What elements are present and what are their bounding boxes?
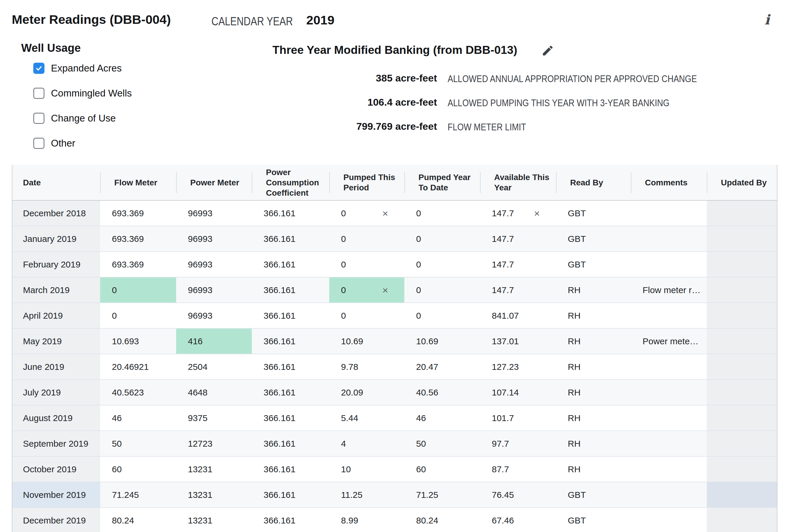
clear-icon[interactable]: × — [534, 208, 540, 218]
available-cell[interactable]: 101.7 — [480, 405, 556, 431]
table-row[interactable]: November 201971.24513231366.16111.2571.2… — [12, 482, 777, 508]
pcc-cell[interactable]: 366.161 — [252, 329, 329, 354]
available-cell[interactable]: 147.7× — [480, 201, 556, 226]
available-cell[interactable]: 147.7 — [480, 252, 556, 277]
power-cell[interactable]: 96993 — [176, 303, 252, 328]
comments-cell[interactable] — [631, 252, 707, 277]
pcc-cell[interactable]: 366.161 — [252, 252, 329, 277]
pumped-period-cell[interactable]: 0 — [329, 303, 404, 328]
table-row[interactable]: April 2019096993366.16100841.07RH — [12, 303, 777, 329]
table-row[interactable]: July 201940.56234648366.16120.0940.56107… — [12, 380, 777, 405]
comments-cell[interactable] — [631, 380, 707, 405]
power-cell[interactable]: 96993 — [176, 226, 252, 251]
pcc-cell[interactable]: 366.161 — [252, 405, 329, 431]
available-cell[interactable]: 97.7 — [480, 431, 556, 456]
pumped-period-cell[interactable]: 11.25 — [329, 482, 404, 507]
info-icon[interactable]: i — [765, 12, 770, 28]
pumped-ytd-cell[interactable]: 60 — [404, 457, 480, 482]
read-by-cell[interactable]: GBT — [556, 226, 631, 251]
pcc-cell[interactable]: 366.161 — [252, 278, 329, 303]
pumped-ytd-cell[interactable]: 40.56 — [404, 380, 480, 405]
pumped-ytd-cell[interactable]: 71.25 — [404, 482, 480, 507]
comments-cell[interactable] — [631, 457, 707, 482]
flow-cell[interactable]: 693.369 — [100, 201, 176, 226]
power-cell[interactable]: 96993 — [176, 201, 252, 226]
pcc-cell[interactable]: 366.161 — [252, 508, 329, 532]
pumped-period-cell[interactable]: 10 — [329, 457, 404, 482]
pcc-cell[interactable]: 366.161 — [252, 303, 329, 328]
comments-cell[interactable] — [631, 226, 707, 251]
flow-cell[interactable]: 40.5623 — [100, 380, 176, 405]
power-cell[interactable]: 96993 — [176, 252, 252, 277]
pumped-ytd-cell[interactable]: 0 — [404, 278, 480, 303]
flow-cell[interactable]: 46 — [100, 405, 176, 431]
pcc-cell[interactable]: 366.161 — [252, 482, 329, 507]
flow-cell[interactable]: 80.24 — [100, 508, 176, 532]
available-cell[interactable]: 107.14 — [480, 380, 556, 405]
table-row[interactable]: January 2019693.36996993366.16100147.7GB… — [12, 226, 777, 252]
table-row[interactable]: October 20196013231366.161106087.7RH — [12, 457, 777, 482]
read-by-cell[interactable]: RH — [556, 278, 631, 303]
well-usage-option[interactable]: Other — [33, 138, 132, 149]
pumped-ytd-cell[interactable]: 80.24 — [404, 508, 480, 532]
clear-icon[interactable]: × — [382, 285, 388, 295]
available-cell[interactable]: 147.7 — [480, 278, 556, 303]
pcc-cell[interactable]: 366.161 — [252, 354, 329, 379]
available-cell[interactable]: 841.07 — [480, 303, 556, 328]
pumped-ytd-cell[interactable]: 0 — [404, 226, 480, 251]
comments-cell[interactable] — [631, 303, 707, 328]
power-cell[interactable]: 13231 — [176, 508, 252, 532]
available-cell[interactable]: 87.7 — [480, 457, 556, 482]
power-cell[interactable]: 96993 — [176, 278, 252, 303]
pcc-cell[interactable]: 366.161 — [252, 431, 329, 456]
read-by-cell[interactable]: GBT — [556, 508, 631, 532]
read-by-cell[interactable]: GBT — [556, 482, 631, 507]
pcc-cell[interactable]: 366.161 — [252, 457, 329, 482]
table-row[interactable]: December 201980.2413231366.1618.9980.246… — [12, 508, 777, 532]
table-row[interactable]: February 2019693.36996993366.16100147.7G… — [12, 252, 777, 278]
power-cell[interactable]: 416 — [176, 329, 252, 354]
flow-cell[interactable]: 50 — [100, 431, 176, 456]
pumped-period-cell[interactable]: 10.69 — [329, 329, 404, 354]
flow-cell[interactable]: 71.245 — [100, 482, 176, 507]
power-cell[interactable]: 13231 — [176, 482, 252, 507]
pumped-ytd-cell[interactable]: 0 — [404, 303, 480, 328]
flow-cell[interactable]: 693.369 — [100, 226, 176, 251]
power-cell[interactable]: 9375 — [176, 405, 252, 431]
pumped-period-cell[interactable]: 0× — [329, 278, 404, 303]
pumped-ytd-cell[interactable]: 20.47 — [404, 354, 480, 379]
read-by-cell[interactable]: RH — [556, 354, 631, 379]
flow-cell[interactable]: 20.46921 — [100, 354, 176, 379]
pumped-ytd-cell[interactable]: 10.69 — [404, 329, 480, 354]
comments-cell[interactable] — [631, 405, 707, 431]
read-by-cell[interactable]: GBT — [556, 252, 631, 277]
read-by-cell[interactable]: RH — [556, 457, 631, 482]
read-by-cell[interactable]: RH — [556, 431, 631, 456]
table-row[interactable]: May 201910.693416366.16110.6910.69137.01… — [12, 329, 777, 354]
pencil-icon[interactable] — [541, 44, 554, 57]
read-by-cell[interactable]: RH — [556, 380, 631, 405]
pumped-period-cell[interactable]: 0× — [329, 201, 404, 226]
pumped-ytd-cell[interactable]: 0 — [404, 252, 480, 277]
available-cell[interactable]: 67.46 — [480, 508, 556, 532]
table-row[interactable]: September 20195012723366.16145097.7RH — [12, 431, 777, 457]
comments-cell[interactable] — [631, 482, 707, 507]
flow-cell[interactable]: 60 — [100, 457, 176, 482]
flow-cell[interactable]: 693.369 — [100, 252, 176, 277]
checkbox-unchecked[interactable] — [33, 138, 44, 149]
comments-cell[interactable] — [631, 201, 707, 226]
table-row[interactable]: August 2019469375366.1615.4446101.7RH — [12, 405, 777, 431]
available-cell[interactable]: 127.23 — [480, 354, 556, 379]
pumped-period-cell[interactable]: 5.44 — [329, 405, 404, 431]
comments-cell[interactable] — [631, 431, 707, 456]
flow-cell[interactable]: 0 — [100, 303, 176, 328]
clear-icon[interactable]: × — [382, 208, 388, 218]
flow-cell[interactable]: 10.693 — [100, 329, 176, 354]
power-cell[interactable]: 4648 — [176, 380, 252, 405]
power-cell[interactable]: 12723 — [176, 431, 252, 456]
pcc-cell[interactable]: 366.161 — [252, 380, 329, 405]
pumped-period-cell[interactable]: 4 — [329, 431, 404, 456]
pumped-period-cell[interactable]: 9.78 — [329, 354, 404, 379]
power-cell[interactable]: 13231 — [176, 457, 252, 482]
read-by-cell[interactable]: RH — [556, 329, 631, 354]
